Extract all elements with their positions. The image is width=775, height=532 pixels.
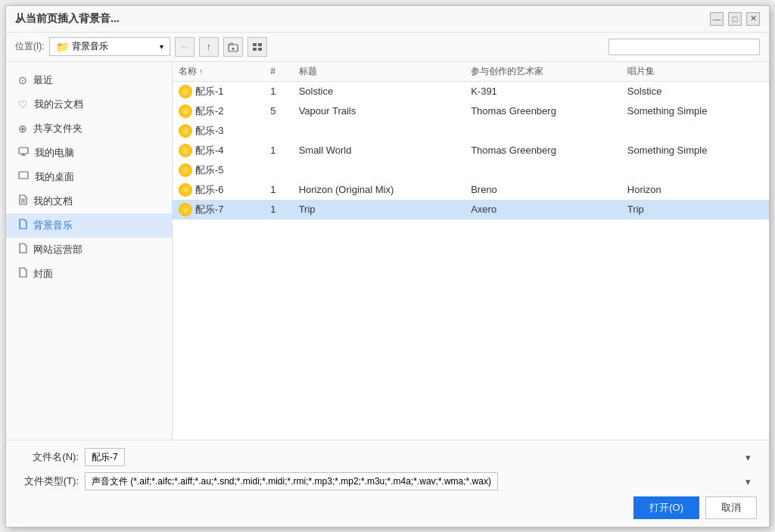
filetype-select[interactable]: 声音文件 (*.aif;*.aifc;*.aiff;*.au;*.snd;*.m… bbox=[85, 472, 498, 490]
file-album-cell: Trip bbox=[621, 200, 769, 219]
filename-row: 文件名(N): 配乐-7 bbox=[18, 448, 757, 466]
back-button[interactable]: ← bbox=[175, 37, 195, 57]
dialog: 从当前页插入背景音... — □ ✕ 位置(I): 📁 背景音乐 ▾ ← ↑ bbox=[5, 5, 770, 527]
file-album-cell: Horizon bbox=[621, 180, 769, 200]
file-icon bbox=[179, 183, 192, 197]
table-row[interactable]: 配乐-2 5 Vapour Trails Thomas Greenberg So… bbox=[173, 101, 769, 121]
file-name-text: 配乐-6 bbox=[195, 183, 224, 197]
file-name-cell: 配乐-4 bbox=[173, 141, 264, 160]
file-name-text: 配乐-5 bbox=[195, 163, 224, 177]
main-panel: 名称 ↑ # 标题 参与创作的艺术家 唱片集 配乐-1 1 Solstice K… bbox=[173, 62, 769, 440]
file-album-cell: Something Simple bbox=[621, 141, 769, 160]
minimize-button[interactable]: — bbox=[710, 12, 724, 26]
close-button[interactable]: ✕ bbox=[746, 12, 760, 26]
sidebar-item-label: 最近 bbox=[33, 73, 53, 87]
sidebar-item-label: 背景音乐 bbox=[33, 219, 73, 232]
desktop-icon bbox=[18, 170, 29, 183]
sidebar-item-cover[interactable]: 封面 bbox=[6, 262, 172, 286]
col-artist[interactable]: 参与创作的艺术家 bbox=[465, 62, 621, 82]
file-name-text: 配乐-7 bbox=[195, 203, 224, 216]
svg-rect-4 bbox=[258, 43, 262, 46]
col-num[interactable]: # bbox=[264, 62, 292, 82]
sidebar-item-label: 我的云文档 bbox=[34, 98, 83, 111]
shared-icon: ⊕ bbox=[18, 123, 27, 135]
svg-rect-7 bbox=[19, 148, 28, 154]
file-icon bbox=[179, 203, 192, 216]
bgmusic-icon bbox=[18, 219, 27, 232]
file-album-cell: Solstice bbox=[621, 81, 769, 101]
sidebar-item-label: 封面 bbox=[33, 267, 53, 281]
table-row[interactable]: 配乐-3 bbox=[173, 121, 769, 141]
search-input[interactable] bbox=[608, 39, 760, 55]
file-name-cell: 配乐-2 bbox=[173, 101, 264, 121]
file-num-cell: 1 bbox=[264, 180, 292, 200]
file-title-cell: Solstice bbox=[293, 81, 465, 101]
sidebar-item-label: 共享文件夹 bbox=[33, 122, 82, 135]
sidebar-item-cloud[interactable]: ♡ 我的云文档 bbox=[6, 92, 172, 117]
file-num-cell: 5 bbox=[264, 101, 292, 121]
view-button[interactable] bbox=[247, 37, 267, 57]
file-icon bbox=[179, 124, 192, 138]
file-title-cell bbox=[293, 121, 465, 141]
sidebar-item-computer[interactable]: 我的电脑 bbox=[6, 141, 172, 165]
file-num-cell: 1 bbox=[264, 200, 292, 219]
file-artist-cell: Thomas Greenberg bbox=[465, 101, 621, 121]
up-button[interactable]: ↑ bbox=[199, 37, 219, 57]
col-album[interactable]: 唱片集 bbox=[621, 62, 769, 82]
file-artist-cell bbox=[465, 121, 621, 141]
view-icon bbox=[252, 42, 263, 52]
svg-rect-5 bbox=[253, 48, 257, 51]
col-title[interactable]: 标题 bbox=[293, 62, 465, 82]
filename-select-wrapper: 配乐-7 bbox=[85, 448, 757, 466]
file-num-cell: 1 bbox=[264, 81, 292, 101]
computer-icon bbox=[18, 146, 29, 159]
filename-select[interactable]: 配乐-7 bbox=[85, 448, 125, 466]
sidebar-item-bgmusic[interactable]: 背景音乐 bbox=[6, 213, 172, 238]
new-folder-button[interactable] bbox=[223, 37, 243, 57]
sidebar-item-documents[interactable]: 我的文档 bbox=[6, 189, 172, 213]
svg-rect-10 bbox=[19, 172, 28, 179]
sort-arrow-icon: ↑ bbox=[199, 67, 203, 76]
table-row[interactable]: 配乐-5 bbox=[173, 160, 769, 180]
table-row[interactable]: 配乐-1 1 Solstice K-391 Solstice bbox=[173, 81, 769, 101]
sidebar: ⊙ 最近 ♡ 我的云文档 ⊕ 共享文件夹 我的电脑 我的桌面 bbox=[6, 62, 173, 440]
sidebar-item-label: 网站运营部 bbox=[33, 243, 82, 257]
sidebar-item-website[interactable]: 网站运营部 bbox=[6, 238, 172, 262]
file-num-cell bbox=[264, 160, 292, 180]
file-artist-cell bbox=[465, 160, 621, 180]
title-bar: 从当前页插入背景音... — □ ✕ bbox=[6, 6, 769, 33]
file-name-cell: 配乐-3 bbox=[173, 121, 264, 141]
action-buttons: 打开(O) 取消 bbox=[18, 496, 757, 519]
file-album-cell bbox=[621, 160, 769, 180]
table-row[interactable]: 配乐-7 1 Trip Axero Trip bbox=[173, 200, 769, 219]
filetype-row: 文件类型(T): 声音文件 (*.aif;*.aifc;*.aiff;*.au;… bbox=[18, 472, 757, 490]
file-num-cell: 1 bbox=[264, 141, 292, 160]
open-button[interactable]: 打开(O) bbox=[633, 496, 699, 519]
sidebar-item-label: 我的电脑 bbox=[35, 146, 74, 160]
new-folder-icon bbox=[228, 42, 238, 52]
file-name-cell: 配乐-6 bbox=[173, 180, 264, 200]
file-title-cell: Horizon (Original Mix) bbox=[293, 180, 465, 200]
file-album-cell: Something Simple bbox=[621, 101, 769, 121]
file-artist-cell: Breno bbox=[465, 180, 621, 200]
file-artist-cell: Axero bbox=[465, 200, 621, 219]
window-controls: — □ ✕ bbox=[710, 12, 760, 26]
table-row[interactable]: 配乐-4 1 Small World Thomas Greenberg Some… bbox=[173, 141, 769, 160]
sidebar-item-shared[interactable]: ⊕ 共享文件夹 bbox=[6, 117, 172, 141]
location-dropdown[interactable]: 📁 背景音乐 ▾ bbox=[49, 37, 170, 56]
maximize-button[interactable]: □ bbox=[728, 12, 742, 26]
file-title-cell: Vapour Trails bbox=[293, 101, 465, 121]
table-row[interactable]: 配乐-6 1 Horizon (Original Mix) Breno Hori… bbox=[173, 180, 769, 200]
file-name-cell: 配乐-7 bbox=[173, 200, 264, 219]
file-name-text: 配乐-3 bbox=[195, 124, 224, 138]
bottom-bar: 文件名(N): 配乐-7 文件类型(T): 声音文件 (*.aif;*.aifc… bbox=[6, 440, 769, 527]
cover-icon bbox=[18, 267, 27, 280]
col-name[interactable]: 名称 ↑ bbox=[173, 62, 264, 82]
sidebar-item-desktop[interactable]: 我的桌面 bbox=[6, 165, 172, 189]
svg-rect-3 bbox=[253, 43, 257, 46]
filetype-label: 文件类型(T): bbox=[18, 474, 79, 488]
file-num-cell bbox=[264, 121, 292, 141]
cancel-button[interactable]: 取消 bbox=[705, 496, 757, 519]
sidebar-item-recent[interactable]: ⊙ 最近 bbox=[6, 68, 172, 92]
file-name-text: 配乐-4 bbox=[195, 144, 224, 157]
